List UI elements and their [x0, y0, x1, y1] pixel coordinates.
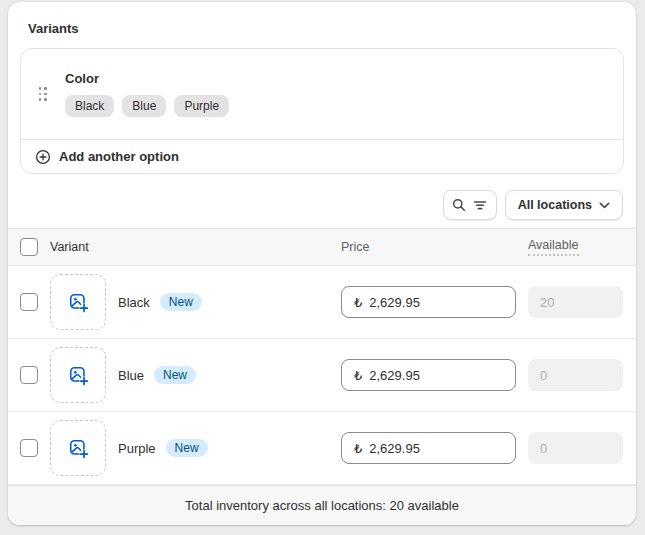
inventory-total-text: Total inventory across all locations: 20…: [185, 498, 459, 513]
variant-name: Purple: [118, 441, 156, 456]
add-image-placeholder[interactable]: [50, 347, 106, 403]
inventory-total-footer: Total inventory across all locations: 20…: [8, 485, 636, 525]
option-value-chip: Black: [65, 95, 114, 117]
column-header-variant: Variant: [50, 240, 329, 254]
row-checkbox[interactable]: [20, 366, 38, 384]
add-image-placeholder[interactable]: [50, 420, 106, 476]
table-header-row: Variant Price Available: [8, 228, 636, 266]
drag-handle[interactable]: [21, 87, 65, 101]
price-input[interactable]: [369, 368, 503, 383]
new-badge: New: [160, 293, 202, 311]
table-row: Blue New ₺: [8, 339, 636, 412]
price-input[interactable]: [369, 441, 503, 456]
row-checkbox[interactable]: [20, 293, 38, 311]
new-badge: New: [166, 439, 208, 457]
table-row: Black New ₺: [8, 266, 636, 339]
currency-prefix: ₺: [354, 441, 362, 456]
location-selector-label: All locations: [518, 198, 592, 212]
column-header-price: Price: [341, 240, 516, 254]
option-value-chip: Blue: [122, 95, 166, 117]
row-checkbox[interactable]: [20, 439, 38, 457]
drag-handle-icon: [39, 87, 48, 101]
price-input[interactable]: [369, 295, 503, 310]
search-icon: [452, 198, 466, 212]
table-toolbar: All locations: [8, 174, 636, 228]
image-add-icon: [68, 438, 89, 459]
option-color-section: Color Black Blue Purple: [21, 49, 623, 140]
available-input[interactable]: [528, 432, 623, 464]
page-title: Variants: [8, 2, 636, 48]
variant-name: Blue: [118, 368, 144, 383]
currency-prefix: ₺: [354, 295, 362, 310]
select-all-checkbox[interactable]: [20, 238, 38, 256]
new-badge: New: [154, 366, 196, 384]
table-row: Purple New ₺: [8, 412, 636, 485]
available-input[interactable]: [528, 286, 623, 318]
image-add-icon: [68, 365, 89, 386]
currency-prefix: ₺: [354, 368, 362, 383]
add-another-option-button[interactable]: Add another option: [21, 140, 623, 173]
add-another-option-label: Add another option: [59, 149, 179, 164]
filter-icon: [473, 198, 487, 212]
search-and-filter-button[interactable]: [443, 190, 497, 220]
chevron-down-icon: [599, 202, 610, 209]
circle-plus-icon: [35, 149, 51, 165]
variant-name: Black: [118, 295, 150, 310]
location-selector[interactable]: All locations: [505, 190, 623, 220]
available-input[interactable]: [528, 359, 623, 391]
price-field[interactable]: ₺: [341, 432, 516, 464]
option-box: Color Black Blue Purple Add another opti…: [20, 48, 624, 174]
option-name: Color: [65, 71, 229, 86]
price-field[interactable]: ₺: [341, 359, 516, 391]
image-add-icon: [68, 292, 89, 313]
add-image-placeholder[interactable]: [50, 274, 106, 330]
variants-card: Variants Color Black Blue Purple: [8, 2, 636, 525]
option-value-chip: Purple: [174, 95, 229, 117]
column-header-available[interactable]: Available: [528, 238, 579, 256]
price-field[interactable]: ₺: [341, 286, 516, 318]
